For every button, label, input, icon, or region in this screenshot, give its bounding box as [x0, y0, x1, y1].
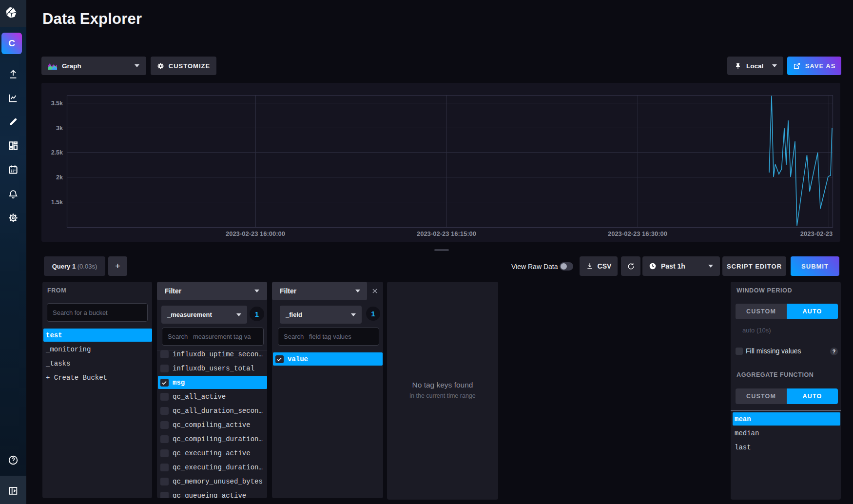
- svg-text:2023-02-23 16:15:00: 2023-02-23 16:15:00: [417, 230, 476, 237]
- svg-text:2k: 2k: [56, 174, 63, 181]
- svg-text:2023-02-23 16:00:00: 2023-02-23 16:00:00: [226, 230, 285, 237]
- svg-text:2.5k: 2.5k: [51, 149, 63, 156]
- svg-text:3.5k: 3.5k: [51, 100, 63, 107]
- svg-text:2023-02-23: 2023-02-23: [800, 230, 833, 237]
- svg-text:1.5k: 1.5k: [51, 199, 63, 206]
- svg-text:3k: 3k: [56, 125, 63, 132]
- svg-text:2023-02-23 16:30:00: 2023-02-23 16:30:00: [608, 230, 667, 237]
